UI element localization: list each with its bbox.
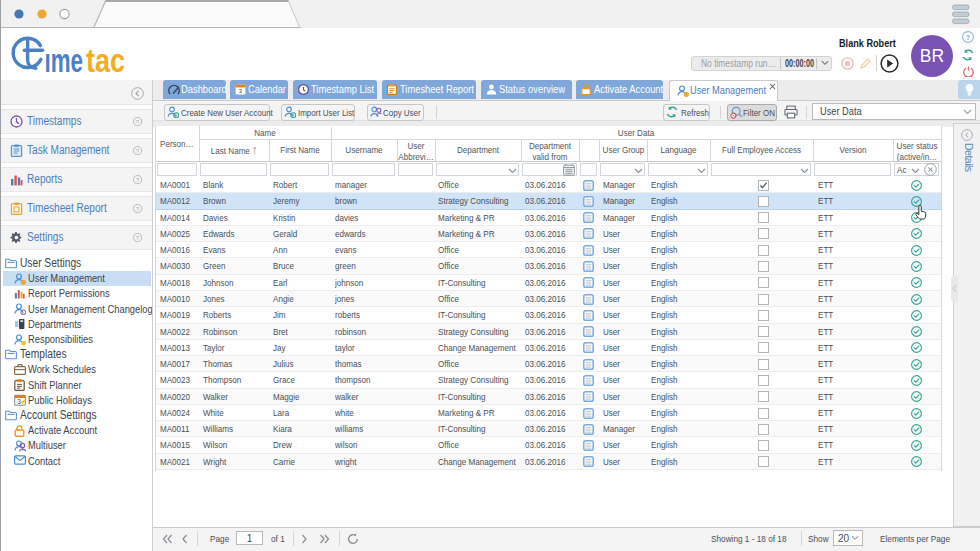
- svg-text:?: ?: [136, 234, 139, 240]
- svg-text:?: ?: [136, 118, 139, 124]
- svg-text:?: ?: [136, 205, 139, 211]
- svg-text:?: ?: [136, 176, 139, 182]
- svg-text:?: ?: [966, 33, 971, 42]
- svg-text:3: 3: [17, 398, 21, 405]
- svg-text:?: ?: [136, 147, 139, 153]
- svg-text:tac: tac: [86, 42, 125, 79]
- svg-text:ıme: ıme: [45, 42, 84, 79]
